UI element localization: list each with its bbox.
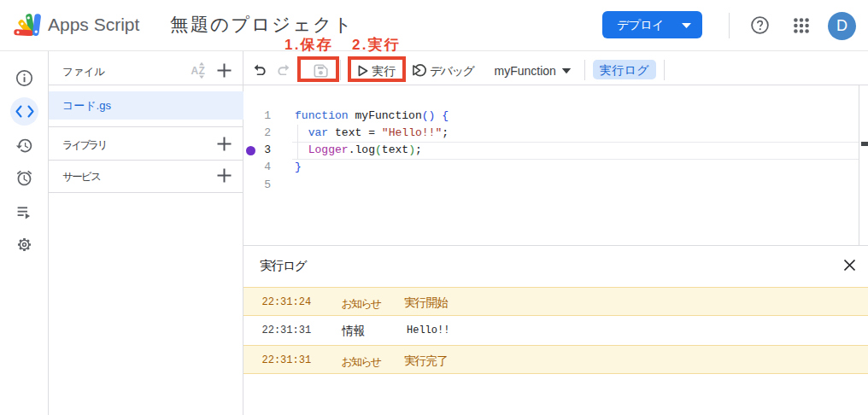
svg-text:A: A — [191, 65, 199, 77]
svg-text:Z: Z — [199, 65, 205, 77]
